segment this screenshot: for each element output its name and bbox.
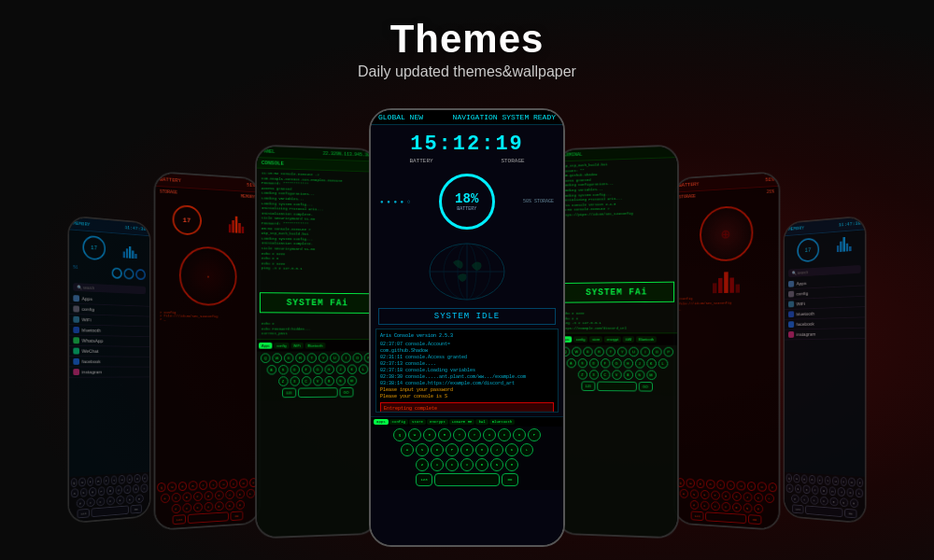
tab-config-r[interactable]: config [573, 337, 588, 343]
key-t-g[interactable]: T [307, 353, 317, 362]
key-l-g[interactable]: L [359, 364, 368, 373]
key-y-gr[interactable]: Y [617, 347, 627, 357]
key-p-fr[interactable]: P [856, 478, 863, 487]
key-v-gr[interactable]: V [612, 371, 621, 381]
tab-encrypt-r[interactable]: encrypt [604, 337, 621, 343]
key-x-g[interactable]: X [290, 376, 299, 386]
key-s-fr[interactable]: S [795, 484, 802, 494]
key-i-c[interactable]: I [498, 428, 511, 441]
key-d[interactable]: D [89, 487, 96, 497]
phone-far-right[interactable]: MEMORY 11:47:38 17 🔍 search [784, 216, 867, 525]
key-space-r[interactable] [188, 511, 229, 524]
key-w-r[interactable]: W [168, 482, 177, 492]
key-c-r[interactable]: C [193, 502, 203, 512]
key-c[interactable]: C [96, 497, 105, 506]
key-x-r[interactable]: X [182, 503, 191, 513]
key-u-rmr[interactable]: U [737, 481, 745, 490]
tab-bt-r[interactable]: Bluetooth [636, 337, 657, 343]
key-e-r[interactable]: E [178, 482, 187, 491]
key-r-fr[interactable]: R [809, 475, 815, 484]
key-s-rmr[interactable]: S [689, 489, 698, 498]
key-e-gr[interactable]: E [583, 347, 592, 357]
key-d-g[interactable]: D [290, 365, 299, 375]
key-h-c[interactable]: H [475, 443, 488, 456]
key-y-g[interactable]: Y [318, 353, 328, 362]
tab-bluetooth-l[interactable]: Bluetooth [305, 343, 326, 349]
key-k-gr[interactable]: K [646, 359, 657, 370]
key-t-fr[interactable]: T [816, 475, 823, 484]
key-o-c[interactable]: O [513, 428, 526, 441]
key-j-gr[interactable]: J [634, 358, 644, 369]
key-z-c[interactable]: Z [416, 458, 429, 471]
key-z-r[interactable]: Z [171, 504, 180, 514]
key-m-r[interactable]: M [235, 500, 244, 510]
key-h-gr[interactable]: H [623, 358, 632, 369]
key-s-gr[interactable]: S [577, 358, 587, 368]
key-o-g[interactable]: O [353, 353, 362, 362]
key-x-gr[interactable]: X [588, 371, 598, 380]
key-f-g[interactable]: F [301, 365, 310, 375]
key-q-g[interactable]: Q [261, 353, 271, 363]
key-d-rmr[interactable]: D [700, 490, 710, 499]
key-v-rmr[interactable]: V [721, 502, 730, 511]
key-c-g[interactable]: C [301, 376, 310, 386]
key-w-rmr[interactable]: W [686, 479, 695, 488]
key-a-r[interactable]: A [160, 494, 169, 504]
key-o[interactable]: O [134, 474, 141, 483]
key-g-c[interactable]: G [460, 443, 474, 456]
key-u-fr[interactable]: U [832, 476, 839, 485]
key-p-gr[interactable]: P [664, 347, 674, 357]
key-w-g[interactable]: W [272, 353, 282, 363]
key-123-gr[interactable]: 123 [581, 382, 595, 392]
key-w[interactable]: W [79, 478, 86, 487]
key-r-gr[interactable]: R [594, 347, 603, 357]
key-t-gr[interactable]: T [606, 347, 616, 357]
key-k-c[interactable]: K [505, 443, 518, 456]
tab-apps-l[interactable]: Apps [259, 343, 273, 349]
phone-right[interactable]: TERMINAL wip_stp_auth_build.bui Account:… [556, 145, 679, 539]
key-i[interactable]: I [126, 474, 133, 483]
key-k[interactable]: K [133, 484, 140, 494]
tab-apps-c[interactable]: apps [374, 419, 389, 425]
key-n[interactable]: N [125, 495, 134, 504]
key-123-fr[interactable]: 123 [792, 504, 804, 513]
key-z-gr[interactable]: Z [577, 371, 587, 380]
key-123-g[interactable]: 123 [281, 387, 295, 398]
key-e-fr[interactable]: E [801, 474, 808, 483]
key-x[interactable]: X [86, 497, 94, 507]
key-n-rmr[interactable]: N [743, 503, 752, 513]
key-l[interactable]: L [141, 483, 148, 493]
key-v-fr[interactable]: V [820, 497, 828, 506]
key-r[interactable]: R [95, 476, 102, 485]
phone-far-left[interactable]: MEMORY 11:47:38 17 [67, 216, 150, 525]
key-i-r[interactable]: I [230, 479, 238, 488]
key-j-c[interactable]: J [490, 443, 503, 456]
key-m-fr[interactable]: M [849, 498, 857, 508]
key-a-g[interactable]: A [266, 365, 276, 375]
phone-left[interactable]: PANEL 22.329N.113.945.308 CONSOLE 11:15:… [255, 145, 378, 539]
key-m-rmr[interactable]: M [754, 504, 763, 514]
key-n-gr[interactable]: N [634, 371, 644, 381]
key-w-fr[interactable]: W [794, 474, 800, 483]
key-g[interactable]: G [106, 486, 114, 496]
key-b-c[interactable]: B [475, 458, 488, 471]
phone-mid-right[interactable]: BATTERY 51% STORAGE 21% ⊕ >config [673, 171, 780, 531]
key-o-rmr[interactable]: O [757, 482, 766, 492]
key-j-fr[interactable]: J [838, 487, 845, 497]
key-l-gr[interactable]: L [658, 359, 668, 370]
key-v-c[interactable]: V [460, 458, 474, 471]
key-l-c[interactable]: L [520, 443, 533, 456]
key-u-g[interactable]: U [330, 353, 339, 362]
key-g-r[interactable]: G [204, 491, 213, 500]
key-b-rmr[interactable]: B [732, 502, 742, 512]
key-i-rmr[interactable]: I [747, 482, 756, 491]
key-p-rmr[interactable]: P [768, 483, 776, 493]
key-s-r[interactable]: S [171, 493, 180, 503]
key-d-gr[interactable]: D [588, 358, 598, 368]
key-y-rmr[interactable]: Y [727, 481, 735, 490]
key-l-fr[interactable]: L [856, 488, 863, 497]
key-n-c[interactable]: N [490, 458, 503, 471]
key-f[interactable]: F [98, 486, 106, 496]
key-b[interactable]: B [116, 496, 124, 505]
key-r-r[interactable]: R [189, 481, 197, 490]
